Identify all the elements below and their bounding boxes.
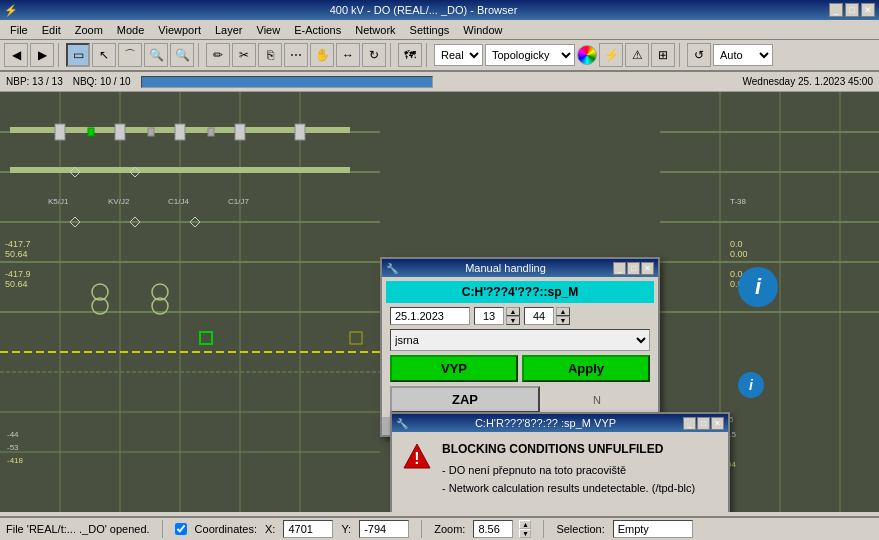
zap-button[interactable]: ZAP xyxy=(390,386,540,413)
manual-dialog-close[interactable]: ✕ xyxy=(641,262,654,275)
info-circle-1[interactable]: i xyxy=(738,267,778,307)
blocking-dialog-controls: _ □ ✕ xyxy=(683,417,724,430)
window-title: 400 kV - DO (REAL/... _DO) - Browser xyxy=(330,4,518,16)
menu-file[interactable]: File xyxy=(4,22,34,38)
toolbar-zoom-in-btn[interactable]: 🔍 xyxy=(144,43,168,67)
hour-input[interactable] xyxy=(474,307,504,325)
hour-arrows: ▲ ▼ xyxy=(506,307,520,325)
manual-dialog-minimize[interactable]: _ xyxy=(613,262,626,275)
selection-label: Selection: xyxy=(556,523,604,535)
title-bar-controls: _ □ ✕ xyxy=(829,3,875,17)
warning-icon: ! xyxy=(402,442,432,497)
menu-view[interactable]: View xyxy=(251,22,287,38)
minimize-button[interactable]: _ xyxy=(829,3,843,17)
date-status: Wednesday 25. 1.2023 45:00 xyxy=(743,76,873,87)
manual-dialog-titlebar: 🔧 Manual handling _ □ ✕ xyxy=(382,259,658,277)
toolbar-arrow-btn[interactable]: ↖ xyxy=(92,43,116,67)
menu-viewport[interactable]: Viewport xyxy=(152,22,207,38)
zoom-up[interactable]: ▲ xyxy=(519,520,531,529)
svg-rect-36 xyxy=(235,124,245,140)
jsrna-dropdown[interactable]: jsrna xyxy=(390,329,650,351)
toolbar-grid-btn[interactable]: ⊞ xyxy=(651,43,675,67)
toolbar-zoom-out-btn[interactable]: 🔍 xyxy=(170,43,194,67)
toolbar-move-btn[interactable]: ↔ xyxy=(336,43,360,67)
toolbar-copy-btn[interactable]: ⎘ xyxy=(258,43,282,67)
y-label: Y: xyxy=(341,523,351,535)
hour-down[interactable]: ▼ xyxy=(506,316,520,325)
menu-layer[interactable]: Layer xyxy=(209,22,249,38)
real-dropdown[interactable]: Real xyxy=(434,44,483,66)
toolbar-edit-btn[interactable]: ✏ xyxy=(206,43,230,67)
toolbar-select-btn[interactable]: ▭ xyxy=(66,43,90,67)
coordinates-label: Coordinates: xyxy=(195,523,257,535)
toolbar-sep-2 xyxy=(198,43,202,67)
topologicky-dropdown[interactable]: Topologicky xyxy=(485,44,575,66)
blocking-dialog-close[interactable]: ✕ xyxy=(711,417,724,430)
blocking-dialog-maximize[interactable]: □ xyxy=(697,417,710,430)
toolbar-back-btn[interactable]: ◀ xyxy=(4,43,28,67)
menu-eactions[interactable]: E-Actions xyxy=(288,22,347,38)
toolbar-sep-1 xyxy=(58,43,62,67)
menu-window[interactable]: Window xyxy=(457,22,508,38)
toolbar-lasso-btn[interactable]: ⌒ xyxy=(118,43,142,67)
file-status-text: File 'REAL/t:... ._DO' opened. xyxy=(6,523,150,535)
manual-dropdown-row: jsrna xyxy=(390,329,650,351)
toolbar-flash-btn[interactable]: ⚡ xyxy=(599,43,623,67)
svg-rect-42 xyxy=(88,128,94,136)
apply-button[interactable]: Apply xyxy=(522,355,650,382)
svg-text:-417.9: -417.9 xyxy=(5,269,31,279)
close-button[interactable]: ✕ xyxy=(861,3,875,17)
canvas-area[interactable]: -417.7 50.64 -417.9 50.64 0.0 0.00 0.0 0… xyxy=(0,92,879,512)
manual-buttons-row: VYP Apply xyxy=(390,355,650,382)
date-input[interactable] xyxy=(390,307,470,325)
blocking-item-2: - Network calculation results undetectab… xyxy=(442,480,718,498)
blocking-dialog-title: C:H'R???'8??:?? :sp_M VYP xyxy=(475,417,616,429)
menu-network[interactable]: Network xyxy=(349,22,401,38)
menu-mode[interactable]: Mode xyxy=(111,22,151,38)
toolbar: ◀ ▶ ▭ ↖ ⌒ 🔍 🔍 ✏ ✂ ⎘ ⋯ ✋ ↔ ↻ 🗺 Real Topol… xyxy=(0,40,879,72)
zoom-down[interactable]: ▼ xyxy=(519,529,531,538)
menu-settings[interactable]: Settings xyxy=(404,22,456,38)
status-bar: File 'REAL/t:... ._DO' opened. Coordinat… xyxy=(0,516,879,540)
blocking-dialog-titlebar: 🔧 C:H'R???'8??:?? :sp_M VYP _ □ ✕ xyxy=(392,414,728,432)
menu-edit[interactable]: Edit xyxy=(36,22,67,38)
zoom-input[interactable] xyxy=(473,520,513,538)
toolbar-rotate-btn[interactable]: ↻ xyxy=(362,43,386,67)
toolbar-net-btn[interactable]: ⋯ xyxy=(284,43,308,67)
svg-rect-33 xyxy=(55,124,65,140)
status-sep-3 xyxy=(543,520,544,538)
coordinates-checkbox[interactable] xyxy=(175,523,187,535)
minute-down[interactable]: ▼ xyxy=(556,316,570,325)
x-input[interactable] xyxy=(283,520,333,538)
svg-text:-417.7: -417.7 xyxy=(5,239,31,249)
vyp-button[interactable]: VYP xyxy=(390,355,518,382)
toolbar-hand-btn[interactable]: ✋ xyxy=(310,43,334,67)
maximize-button[interactable]: □ xyxy=(845,3,859,17)
minute-up[interactable]: ▲ xyxy=(556,307,570,316)
toolbar-forward-btn[interactable]: ▶ xyxy=(30,43,54,67)
manual-dialog-maximize[interactable]: □ xyxy=(627,262,640,275)
hour-up[interactable]: ▲ xyxy=(506,307,520,316)
svg-rect-34 xyxy=(115,124,125,140)
svg-text:K5/J1: K5/J1 xyxy=(48,197,69,206)
y-input[interactable] xyxy=(359,520,409,538)
svg-rect-44 xyxy=(208,128,214,136)
info-circle-2[interactable]: i xyxy=(738,372,764,398)
auto-dropdown[interactable]: Auto xyxy=(713,44,773,66)
zoom-label: Zoom: xyxy=(434,523,465,535)
toolbar-warn-btn[interactable]: ⚠ xyxy=(625,43,649,67)
selection-input[interactable] xyxy=(613,520,693,538)
color-picker-btn[interactable] xyxy=(577,45,597,65)
svg-rect-37 xyxy=(295,124,305,140)
toolbar-map-btn[interactable]: 🗺 xyxy=(398,43,422,67)
menu-zoom[interactable]: Zoom xyxy=(69,22,109,38)
blocking-dialog-minimize[interactable]: _ xyxy=(683,417,696,430)
toolbar-refresh-btn[interactable]: ↺ xyxy=(687,43,711,67)
svg-text:C1/J4: C1/J4 xyxy=(168,197,189,206)
minute-input[interactable] xyxy=(524,307,554,325)
toolbar-cut-btn[interactable]: ✂ xyxy=(232,43,256,67)
n-label: N xyxy=(544,394,650,406)
minute-spinner: ▲ ▼ xyxy=(524,307,570,325)
hour-spinner: ▲ ▼ xyxy=(474,307,520,325)
progress-bar xyxy=(141,76,433,88)
